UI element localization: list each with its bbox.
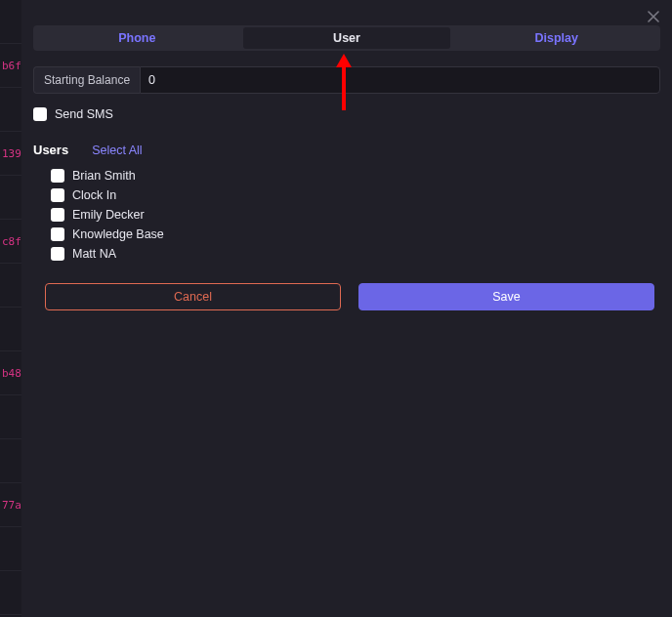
background-id-list: b6f1399c8f1b4877atfe2 [0,0,21,617]
starting-balance-row: Starting Balance [33,66,660,94]
starting-balance-label: Starting Balance [33,66,140,94]
send-sms-checkbox[interactable] [33,107,47,121]
tab-bar: Phone User Display [33,25,660,51]
user-name: Knowledge Base [72,227,164,241]
select-all-link[interactable]: Select All [92,144,142,157]
background-row [0,176,21,220]
user-checkbox[interactable] [51,227,64,241]
background-row: 77at [0,483,21,527]
user-checkbox[interactable] [51,169,64,183]
background-row [0,439,21,483]
user-checkbox[interactable] [51,208,64,222]
background-row: c8f1 [0,220,21,264]
user-checkbox[interactable] [51,247,64,261]
background-row-id: b6f [2,60,21,72]
background-row [0,571,21,615]
user-list: Brian SmithClock InEmily DeckerKnowledge… [51,167,660,262]
send-sms-row: Send SMS [33,107,660,121]
list-item: Knowledge Base [51,226,660,242]
user-name: Brian Smith [72,169,136,183]
user-checkbox[interactable] [51,188,64,202]
list-item: Brian Smith [51,167,660,184]
save-button[interactable]: Save [358,283,654,310]
background-row-id: b48 [2,367,21,380]
users-header: Users Select All [33,143,660,157]
tab-user[interactable]: User [243,27,451,49]
user-name: Emily Decker [72,208,145,222]
background-row [0,527,21,571]
background-row [0,264,21,308]
close-icon[interactable] [645,8,662,25]
background-row: 1399 [0,132,21,176]
list-item: Matt NA [51,245,660,262]
list-item: Clock In [51,186,660,203]
list-item: Emily Decker [51,206,660,223]
background-row: b6f [0,44,21,88]
button-row: Cancel Save [45,283,654,310]
settings-modal: Phone User Display Starting Balance Send… [21,0,672,617]
tab-phone[interactable]: Phone [33,25,241,51]
cancel-button[interactable]: Cancel [45,283,341,310]
tab-display[interactable]: Display [452,25,660,51]
background-row [0,395,21,439]
starting-balance-input[interactable] [140,66,660,94]
background-row [0,88,21,132]
background-row-id: 77at [2,499,21,512]
user-name: Clock In [72,188,116,202]
background-row [0,308,21,351]
send-sms-label: Send SMS [55,107,113,121]
user-name: Matt NA [72,247,116,261]
background-row [0,0,21,44]
background-row: b48 [0,351,21,395]
background-row-id: 1399 [2,147,21,160]
background-row-id: c8f1 [2,235,21,248]
users-title: Users [33,143,68,157]
